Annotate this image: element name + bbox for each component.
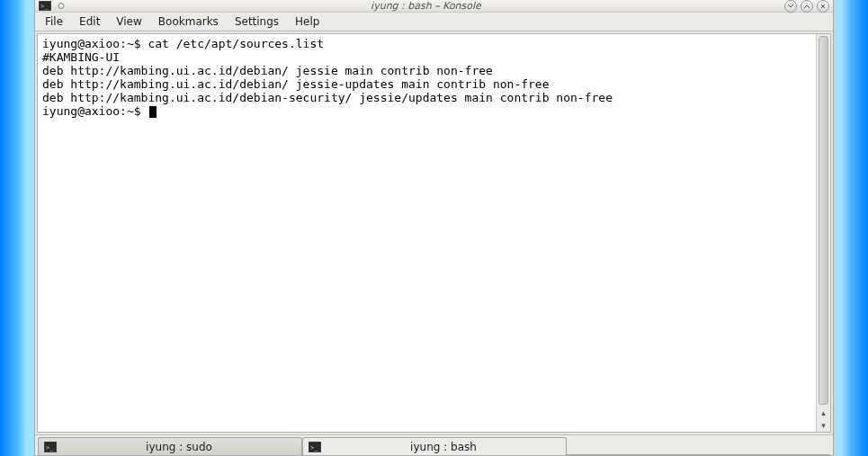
svg-text:>_: >_	[310, 444, 318, 452]
menu-settings[interactable]: Settings	[228, 13, 286, 30]
tab-sudo[interactable]: >_ iyung : sudo	[38, 437, 302, 455]
terminal-icon: >_	[309, 442, 321, 452]
scroll-thumb[interactable]	[819, 36, 828, 405]
cursor	[149, 106, 157, 118]
close-button[interactable]	[817, 0, 829, 13]
svg-text:>_: >_	[46, 444, 54, 452]
window-controls	[784, 0, 829, 13]
terminal-area: iyung@axioo:~$ cat /etc/apt/sources.list…	[37, 33, 831, 433]
konsole-window: >_ iyung : bash – Konsole File Edit View…	[34, 0, 834, 456]
scroll-down-icon[interactable]: ▾	[817, 419, 830, 432]
menu-help[interactable]: Help	[288, 13, 327, 30]
scrollbar[interactable]: ▴ ▾	[816, 34, 830, 432]
tab-label: iyung : bash	[327, 441, 560, 453]
menu-file[interactable]: File	[38, 13, 70, 30]
pin-icon[interactable]	[55, 1, 67, 11]
tab-bash[interactable]: >_ iyung : bash	[302, 437, 567, 455]
app-icon: >_	[39, 1, 51, 11]
menu-bookmarks[interactable]: Bookmarks	[151, 13, 226, 30]
minimize-button[interactable]	[784, 0, 797, 13]
titlebar: >_ iyung : bash – Konsole	[35, 0, 833, 13]
menu-view[interactable]: View	[109, 13, 148, 30]
menubar: File Edit View Bookmarks Settings Help	[35, 13, 833, 31]
menu-edit[interactable]: Edit	[72, 13, 107, 30]
svg-text:>_: >_	[40, 3, 49, 10]
terminal[interactable]: iyung@axioo:~$ cat /etc/apt/sources.list…	[38, 34, 816, 432]
terminal-icon: >_	[44, 442, 57, 452]
scroll-track[interactable]	[817, 34, 830, 407]
scroll-up-icon[interactable]: ▴	[817, 407, 830, 419]
maximize-button[interactable]	[801, 0, 813, 13]
tab-label: iyung : sudo	[62, 441, 296, 453]
tabbar: >_ iyung : sudo >_ iyung : bash	[35, 434, 833, 455]
tabbar-spacer	[567, 437, 830, 455]
window-title: iyung : bash – Konsole	[71, 0, 781, 12]
svg-point-2	[58, 4, 64, 9]
